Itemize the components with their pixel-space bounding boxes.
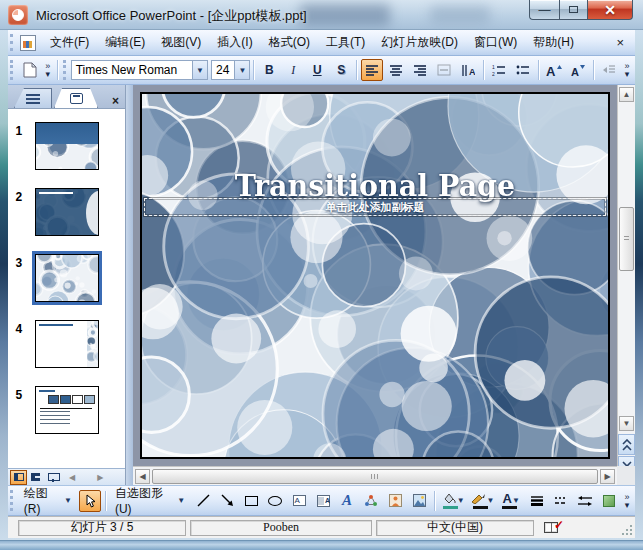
resize-grip[interactable]	[621, 524, 633, 536]
menu-help[interactable]: 帮助(H)	[525, 30, 582, 55]
align-right-button[interactable]	[409, 59, 431, 81]
menu-insert[interactable]: 插入(I)	[209, 30, 260, 55]
slide-thumbnail-5[interactable]: 5	[35, 386, 99, 434]
draw-menu-button[interactable]: 绘图(R) ▼	[18, 483, 78, 518]
text-direction-button[interactable]: A	[457, 59, 479, 81]
scroll-down-button[interactable]: ▼	[619, 416, 634, 431]
vertical-scroll-thumb[interactable]	[619, 207, 634, 271]
font-name-combobox[interactable]: Times New Roman ▼	[71, 60, 208, 80]
panel-scrollbar[interactable]: ◀ ▶	[69, 473, 103, 482]
slide-thumbnail-4[interactable]: 4	[35, 320, 99, 368]
autoshapes-menu-button[interactable]: 自选图形(U) ▼	[109, 483, 191, 518]
wordart-button[interactable]: A	[336, 490, 358, 512]
pane-splitter[interactable]	[126, 85, 133, 485]
slide-1-preview	[35, 122, 99, 170]
toolbar-overflow-button[interactable]: »▾	[621, 486, 633, 515]
horizontal-scrollbar[interactable]: ◀ ▶	[133, 466, 617, 485]
separator	[356, 60, 357, 80]
chevron-down-icon[interactable]: ▼	[457, 496, 465, 505]
slide-1-banner	[36, 123, 98, 144]
chevron-down-icon[interactable]: ▼	[234, 61, 249, 79]
close-document-icon[interactable]: ×	[611, 33, 629, 52]
text-box-button[interactable]: A	[288, 490, 310, 512]
bulleted-list-button[interactable]	[512, 59, 534, 81]
minimize-button[interactable]: —	[529, 0, 559, 20]
powerpoint-window: Microsoft Office PowerPoint - [企业ppt模板.p…	[0, 0, 643, 550]
tab-slides[interactable]	[54, 88, 98, 108]
scroll-right-icon[interactable]: ▶	[97, 473, 103, 482]
slide-thumbnail-2[interactable]: 2	[35, 188, 99, 236]
toolbar-grip[interactable]	[10, 34, 15, 52]
underline-button[interactable]: U	[306, 59, 328, 81]
dash-style-button[interactable]	[550, 490, 572, 512]
clip-art-button[interactable]	[384, 490, 406, 512]
chevron-down-icon[interactable]: ▼	[487, 496, 495, 505]
slide-thumbnail-3[interactable]: 3	[35, 254, 99, 302]
rectangle-button[interactable]	[240, 490, 262, 512]
toolbar-overflow-button[interactable]: »▾	[621, 56, 633, 84]
diagram-button[interactable]	[360, 490, 382, 512]
fill-color-button[interactable]: ▼	[439, 490, 467, 512]
font-color-button[interactable]: A ▼	[498, 490, 524, 512]
current-slide[interactable]: Transitional Page 单击此处添加副标题	[140, 92, 610, 459]
language-indicator[interactable]: 中文(中国)	[376, 520, 534, 536]
font-size-combobox[interactable]: 24 ▼	[211, 60, 250, 80]
subtitle-placeholder[interactable]: 单击此处添加副标题	[144, 198, 606, 216]
menu-slideshow[interactable]: 幻灯片放映(D)	[373, 30, 466, 55]
menu-view[interactable]: 视图(V)	[153, 30, 209, 55]
horizontal-scroll-thumb[interactable]	[152, 469, 598, 484]
window-border-left	[0, 30, 8, 550]
menu-tools[interactable]: 工具(T)	[318, 30, 373, 55]
close-panel-icon[interactable]: ×	[112, 94, 119, 108]
toolbar-grip[interactable]	[10, 490, 15, 510]
maximize-button[interactable]	[559, 0, 587, 20]
new-document-button[interactable]	[19, 59, 41, 81]
slide-5-divider	[40, 408, 92, 409]
scroll-left-icon[interactable]: ◀	[69, 473, 75, 482]
shadow-style-button[interactable]	[598, 490, 620, 512]
design-template-name[interactable]: Pooben	[190, 520, 372, 536]
pointer-arrow-icon	[85, 494, 96, 508]
toolbar-grip[interactable]	[63, 60, 68, 80]
text-shadow-button[interactable]: S	[330, 59, 352, 81]
scroll-left-button[interactable]: ◀	[135, 469, 150, 484]
bubble-background	[142, 94, 610, 459]
align-center-button[interactable]	[385, 59, 407, 81]
chevron-down-icon[interactable]: ▼	[192, 61, 207, 79]
slide-2-title-lines	[39, 192, 73, 194]
align-left-button[interactable]	[361, 59, 383, 81]
select-objects-button[interactable]	[79, 490, 101, 512]
menu-file[interactable]: 文件(F)	[42, 30, 97, 55]
drawing-toolbar: 绘图(R) ▼ 自选图形(U) ▼ A A	[8, 485, 635, 516]
arrow-style-button[interactable]	[574, 490, 596, 512]
decrease-font-size-button[interactable]: A	[567, 59, 589, 81]
menu-edit[interactable]: 编辑(E)	[97, 30, 153, 55]
numbered-list-button[interactable]: 12	[488, 59, 510, 81]
chevron-down-icon[interactable]: ▼	[512, 496, 520, 505]
previous-slide-button[interactable]	[618, 434, 635, 455]
oval-button[interactable]	[264, 490, 286, 512]
insert-picture-button[interactable]	[408, 490, 430, 512]
scroll-up-button[interactable]: ▲	[619, 87, 634, 102]
line-button[interactable]	[192, 490, 214, 512]
increase-font-size-button[interactable]: A	[543, 59, 565, 81]
vertical-scrollbar[interactable]: ▲ ▼	[617, 85, 635, 466]
scroll-right-button[interactable]: ▶	[600, 469, 615, 484]
toolbar-grip[interactable]	[10, 60, 15, 80]
slide-thumbnail-1[interactable]: 1	[35, 122, 99, 170]
line-color-button[interactable]: ▼	[469, 490, 497, 512]
menu-window[interactable]: 窗口(W)	[466, 30, 525, 55]
document-icon[interactable]	[20, 35, 36, 51]
separator	[434, 491, 435, 511]
arrow-button[interactable]	[216, 490, 238, 512]
toolbar-overflow-button[interactable]: »▾	[42, 56, 54, 84]
spelling-status-icon[interactable]: ✓	[544, 521, 562, 535]
italic-button[interactable]: I	[282, 59, 304, 81]
line-style-button[interactable]	[526, 490, 548, 512]
close-button[interactable]: ✕	[587, 0, 633, 20]
title-bar[interactable]: Microsoft Office PowerPoint - [企业ppt模板.p…	[0, 0, 643, 30]
tab-outline[interactable]	[14, 88, 52, 108]
vertical-text-box-button[interactable]: A	[312, 490, 334, 512]
menu-format[interactable]: 格式(O)	[261, 30, 318, 55]
bold-button[interactable]: B	[258, 59, 280, 81]
